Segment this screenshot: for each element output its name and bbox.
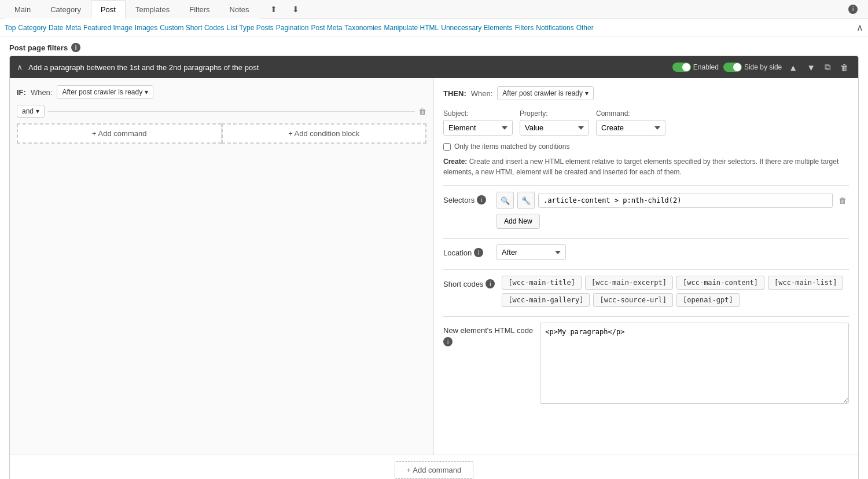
main-content: ∧ Add a paragraph between the 1st and th… <box>0 56 868 479</box>
and-divider <box>48 111 415 112</box>
property-label: Property: <box>520 109 589 118</box>
subnav-unnecessary-elements[interactable]: Unnecessary Elements <box>441 24 512 32</box>
location-row: Location i After Before <box>443 244 849 260</box>
selector-input-row: 🔍 🔧 🗑 <box>496 192 849 209</box>
short-codes-info-icon[interactable]: i <box>486 279 495 288</box>
and-chevron: ▾ <box>36 107 39 115</box>
subnav-other[interactable]: Other <box>576 24 594 32</box>
subnav-notifications[interactable]: Notifications <box>536 24 573 32</box>
tab-notes[interactable]: Notes <box>220 0 259 19</box>
only-matched-label: Only the items matched by conditions <box>454 142 569 151</box>
short-code-openai-gpt[interactable]: [openai-gpt] <box>676 293 740 307</box>
short-code-source-url[interactable]: [wcc-source-url] <box>593 293 673 307</box>
then-when-value: After post crawler is ready <box>502 89 583 97</box>
if-when-chevron: ▾ <box>145 88 148 96</box>
enabled-label: Enabled <box>693 63 719 71</box>
subnav-custom-short-codes[interactable]: Custom Short Codes <box>160 24 224 32</box>
selectors-row: Selectors i 🔍 🔧 🗑 Add New <box>443 192 849 229</box>
then-when-dropdown[interactable]: After post crawler is ready ▾ <box>497 86 594 100</box>
footer-add-command-btn[interactable]: + Add command <box>395 461 473 479</box>
short-code-main-content[interactable]: [wcc-main-content] <box>676 276 764 290</box>
selector-input[interactable] <box>538 193 833 208</box>
collapse-icon[interactable]: ∧ <box>17 63 23 72</box>
subnav-taxonomies[interactable]: Taxonomies <box>344 24 381 32</box>
subnav-date[interactable]: Date <box>49 24 63 32</box>
subnav-list-type-posts[interactable]: List Type Posts <box>227 24 274 32</box>
sub-nav: Top Category Date Meta Featured Image Im… <box>0 19 868 37</box>
add-new-label: Add New <box>504 217 532 225</box>
short-codes-label: Short codes i <box>443 276 495 288</box>
location-label: Location i <box>443 244 490 257</box>
subnav-post-meta[interactable]: Post Meta <box>311 24 342 32</box>
short-code-main-excerpt[interactable]: [wcc-main-excerpt] <box>585 276 673 290</box>
divider-3 <box>443 269 849 270</box>
command-group: Command: Create <box>596 109 665 136</box>
description-body: Create and insert a new HTML element rel… <box>443 158 838 176</box>
add-condition-block-btn[interactable]: + Add condition block <box>222 123 427 144</box>
short-code-main-gallery[interactable]: [wcc-main-gallery] <box>502 293 590 307</box>
and-row: and ▾ 🗑 <box>17 105 426 118</box>
side-by-side-toggle[interactable]: Side by side <box>723 63 782 72</box>
then-when-chevron: ▾ <box>585 89 589 97</box>
sub-nav-collapse-btn[interactable]: ∧ <box>856 22 863 33</box>
add-command-btn[interactable]: + Add command <box>17 123 222 144</box>
import-icon[interactable]: ⬇ <box>286 1 306 18</box>
subject-label: Subject: <box>443 109 513 118</box>
and-dropdown[interactable]: and ▾ <box>17 105 45 118</box>
delete-block-btn[interactable]: 🗑 <box>838 61 851 74</box>
short-code-main-list[interactable]: [wcc-main-list] <box>768 276 843 290</box>
then-label: THEN: <box>443 89 466 98</box>
info-icon-top[interactable]: i <box>843 1 863 17</box>
subnav-category[interactable]: Category <box>18 24 46 32</box>
filter-block-header: ∧ Add a paragraph between the 1st and th… <box>10 56 858 78</box>
enabled-toggle[interactable]: Enabled <box>672 63 719 72</box>
selector-search-btn[interactable]: 🔍 <box>496 192 514 209</box>
tab-main[interactable]: Main <box>5 0 41 19</box>
export-icon[interactable]: ⬆ <box>264 1 284 18</box>
page-filters-info-icon[interactable]: i <box>71 43 80 52</box>
subnav-top[interactable]: Top <box>5 24 16 32</box>
move-up-btn[interactable]: ▲ <box>786 61 800 74</box>
tab-category[interactable]: Category <box>41 0 91 19</box>
filter-block-title: Add a paragraph between the 1st and the … <box>28 63 667 72</box>
only-matched-checkbox[interactable] <box>443 143 451 151</box>
subnav-images[interactable]: Images <box>135 24 157 32</box>
location-select-wrapper: After Before <box>496 244 566 260</box>
and-delete-btn[interactable]: 🗑 <box>418 107 426 116</box>
subject-select[interactable]: Element <box>443 120 513 136</box>
html-textarea-wrapper: <p>My paragraph</p> <box>540 323 849 405</box>
subnav-featured-image[interactable]: Featured Image <box>83 24 133 32</box>
top-tabs-bar: Main Category Post Templates Filters Not… <box>0 0 868 19</box>
selectors-info-icon[interactable]: i <box>477 195 486 204</box>
short-codes-row: Short codes i [wcc-main-title] [wcc-main… <box>443 276 849 307</box>
subnav-pagination[interactable]: Pagination <box>276 24 309 32</box>
tab-post[interactable]: Post <box>91 0 126 19</box>
tab-filters[interactable]: Filters <box>179 0 219 19</box>
location-info-icon[interactable]: i <box>474 248 483 257</box>
subnav-manipulate-html[interactable]: Manipulate HTML <box>384 24 439 32</box>
html-textarea[interactable]: <p>My paragraph</p> <box>540 323 849 404</box>
copy-btn[interactable]: ⧉ <box>822 61 833 74</box>
divider-2 <box>443 238 849 239</box>
only-matched-row: Only the items matched by conditions <box>443 142 849 151</box>
location-select[interactable]: After Before <box>496 244 566 260</box>
selector-delete-btn[interactable]: 🗑 <box>836 193 849 207</box>
then-panel: THEN: When: After post crawler is ready … <box>434 78 858 455</box>
move-down-btn[interactable]: ▼ <box>804 61 818 74</box>
if-label: IF: <box>17 88 26 97</box>
if-when-value: After post crawler is ready <box>62 88 142 96</box>
subnav-filters[interactable]: Filters <box>515 24 534 32</box>
property-select[interactable]: Value <box>520 120 589 136</box>
selector-tool-btn[interactable]: 🔧 <box>517 192 535 209</box>
short-code-main-title[interactable]: [wcc-main-title] <box>502 276 582 290</box>
description-text: Create: Create and insert a new HTML ele… <box>443 156 849 177</box>
add-command-label: + Add command <box>92 129 146 138</box>
page-filters-label: Post page filters <box>9 43 68 52</box>
add-new-selector-btn[interactable]: Add New <box>496 214 540 229</box>
html-code-info-icon[interactable]: i <box>443 337 453 346</box>
subnav-meta[interactable]: Meta <box>65 24 81 32</box>
tab-templates[interactable]: Templates <box>126 0 179 19</box>
if-when-dropdown[interactable]: After post crawler is ready ▾ <box>57 85 153 99</box>
command-select[interactable]: Create <box>596 120 665 136</box>
subject-property-command-row: Subject: Element Property: Value Command… <box>443 109 849 136</box>
